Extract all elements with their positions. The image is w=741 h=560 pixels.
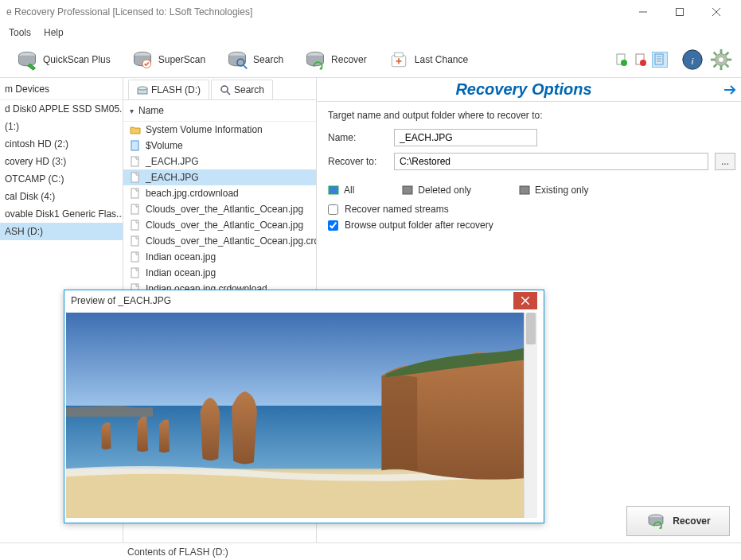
- svg-line-31: [726, 52, 729, 55]
- folder-icon: [130, 124, 141, 135]
- device-item[interactable]: (1:): [0, 118, 123, 135]
- recovery-title: Recovery Options: [455, 80, 591, 99]
- tabs-row: FLASH (D:) Search: [123, 78, 316, 100]
- recover-button[interactable]: Recover: [296, 45, 375, 74]
- minimize-button[interactable]: [625, 0, 661, 24]
- file-name: Clouds_over_the_Atlantic_Ocean.jpg: [146, 220, 303, 231]
- settings-icon[interactable]: [709, 48, 733, 72]
- file-row[interactable]: Indian ocean.jpg: [123, 249, 316, 265]
- search-button[interactable]: Search: [218, 45, 291, 74]
- svg-point-35: [221, 86, 228, 92]
- svg-line-29: [726, 64, 729, 67]
- file-row[interactable]: Clouds_over_the_Atlantic_Ocean.jpg: [123, 201, 316, 217]
- browse-after-checkbox[interactable]: [328, 220, 338, 231]
- page-view-icon[interactable]: [652, 52, 668, 68]
- file-name: _EACH.JPG: [146, 172, 199, 183]
- svg-point-34: [138, 87, 147, 90]
- file-row[interactable]: _EACH.JPG: [123, 169, 316, 185]
- file-icon: [130, 220, 141, 231]
- tab-flash[interactable]: FLASH (D:): [128, 80, 209, 99]
- arrow-right-icon[interactable]: [723, 82, 739, 98]
- preview-scrollbar[interactable]: [524, 313, 537, 518]
- file-icon: [130, 267, 141, 278]
- name-input[interactable]: [394, 129, 537, 146]
- lastchance-icon: [388, 49, 410, 71]
- device-item[interactable]: OTCAMP (C:): [0, 170, 123, 188]
- file-name: Clouds_over_the_Atlantic_Ocean.jpg: [146, 204, 303, 215]
- file-list-header[interactable]: ▾ Name: [123, 100, 316, 122]
- device-item[interactable]: covery HD (3:): [0, 153, 123, 170]
- maximize-button[interactable]: [661, 0, 698, 24]
- page-ok-icon[interactable]: [614, 52, 630, 68]
- page-delete-icon[interactable]: [633, 52, 649, 68]
- file-row[interactable]: Clouds_over_the_Atlantic_Ocean.jpg: [123, 217, 316, 233]
- devices-header: m Devices: [0, 78, 123, 100]
- file-row[interactable]: Clouds_over_the_Atlantic_Ocean.jpg.crdc: [123, 233, 316, 249]
- file-name: Indian ocean.jpg: [146, 267, 216, 278]
- file-row[interactable]: $Volume: [123, 138, 316, 154]
- recover-to-input[interactable]: [394, 153, 708, 170]
- tab-search-label: Search: [234, 84, 264, 95]
- filter-all-label: All: [344, 185, 354, 196]
- status-contents: Contents of FLASH (D:): [8, 546, 228, 558]
- file-name: Clouds_over_the_Atlantic_Ocean.jpg.crdc: [146, 235, 316, 247]
- recover-toolbar-label: Recover: [331, 54, 367, 65]
- browse-after-label: Browse output folder after recovery: [345, 220, 493, 231]
- file-icon: [130, 156, 141, 167]
- chevron-down-icon: ▾: [130, 107, 134, 115]
- close-button[interactable]: [698, 0, 735, 24]
- file-row[interactable]: beach.jpg.crdownload: [123, 185, 316, 201]
- device-item[interactable]: ovable Disk1 Generic Flas...: [0, 205, 123, 223]
- file-row[interactable]: _EACH.JPG: [123, 154, 316, 169]
- preview-titlebar[interactable]: Preview of _EACH.JPG: [64, 290, 544, 311]
- recover-to-label: Recover to:: [328, 156, 388, 167]
- recover-action-button[interactable]: Recover: [626, 506, 730, 536]
- lastchance-button[interactable]: Last Chance: [380, 45, 476, 74]
- device-item[interactable]: ASH (D:): [0, 223, 123, 240]
- drive-tab-icon: [137, 84, 148, 95]
- menubar: Tools Help: [0, 24, 741, 41]
- filter-deleted[interactable]: Deleted only: [402, 185, 471, 196]
- file-name: $Volume: [146, 140, 183, 151]
- svg-rect-1: [677, 9, 684, 16]
- svg-rect-44: [131, 252, 138, 262]
- recovery-desc: Target name and output folder where to r…: [328, 110, 735, 121]
- filter-all[interactable]: All: [328, 185, 354, 196]
- preview-close-button[interactable]: [513, 292, 537, 309]
- superscan-button[interactable]: SuperScan: [123, 45, 213, 74]
- svg-point-16: [640, 60, 646, 66]
- scrollbar-thumb[interactable]: [526, 313, 536, 344]
- menu-help[interactable]: Help: [37, 25, 70, 41]
- menu-tools[interactable]: Tools: [2, 25, 37, 41]
- info-icon[interactable]: i: [681, 48, 704, 72]
- tab-search[interactable]: Search: [211, 80, 273, 99]
- file-icon: [130, 235, 141, 247]
- filter-existing-label: Existing only: [535, 185, 588, 196]
- drive-scan-icon: [16, 49, 38, 71]
- search-tab-icon: [220, 84, 231, 95]
- file-name: System Volume Information: [146, 124, 263, 135]
- drive-search-icon: [226, 49, 248, 71]
- named-streams-label: Recover named streams: [345, 204, 449, 215]
- svg-rect-48: [403, 186, 412, 194]
- filter-existing[interactable]: Existing only: [519, 185, 588, 196]
- browse-button[interactable]: ...: [715, 153, 735, 170]
- named-streams-checkbox[interactable]: [328, 204, 338, 215]
- file-icon: [130, 172, 141, 183]
- file-name: _EACH.JPG: [146, 156, 199, 167]
- file-row[interactable]: Indian ocean.jpg: [123, 265, 316, 281]
- file-row[interactable]: System Volume Information: [123, 122, 316, 138]
- device-item[interactable]: d Disk0 APPLE SSD SM05...: [0, 100, 123, 118]
- device-item[interactable]: cal Disk (4:): [0, 188, 123, 205]
- svg-rect-43: [131, 236, 138, 246]
- drive-superscan-icon: [131, 49, 154, 71]
- svg-point-32: [719, 57, 723, 62]
- svg-line-30: [714, 64, 717, 67]
- devices-list: d Disk0 APPLE SSD SM05...(1:)cintosh HD …: [0, 100, 123, 240]
- recovery-header: Recovery Options: [317, 78, 741, 102]
- drive-recover-icon: [304, 49, 326, 71]
- quickscan-button[interactable]: QuickScan Plus: [8, 45, 119, 74]
- device-item[interactable]: cintosh HD (2:): [0, 135, 123, 153]
- svg-rect-42: [131, 220, 138, 230]
- preview-image: [66, 313, 524, 518]
